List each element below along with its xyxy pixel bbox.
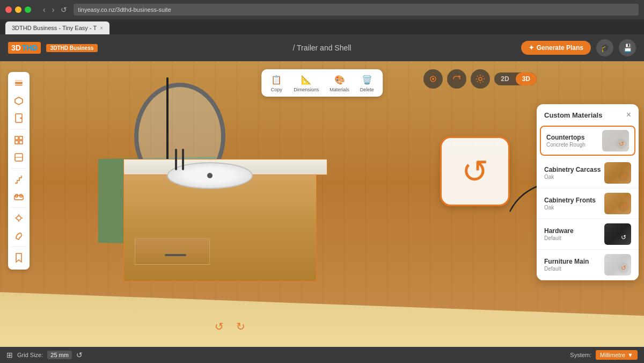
system-dropdown[interactable]: Millimetre ▼ bbox=[596, 350, 638, 360]
hardware-info: Hardware Default bbox=[544, 227, 604, 241]
vanity-body bbox=[123, 174, 317, 281]
sidebar-wall-icon[interactable] bbox=[11, 150, 27, 165]
countertops-name: Countertops bbox=[546, 134, 602, 141]
view-controls: 2D 3D bbox=[423, 69, 537, 89]
logo-hd-text: THD bbox=[22, 43, 38, 52]
logo-text: 3D bbox=[11, 43, 21, 52]
browser-controls bbox=[5, 6, 31, 13]
sidebar-sofa-icon[interactable] bbox=[11, 189, 27, 204]
furniture-swatch: ↺ bbox=[604, 254, 631, 275]
minimize-btn[interactable] bbox=[15, 6, 21, 13]
hardware-reset-button[interactable]: ↺ bbox=[618, 232, 629, 243]
system-label: System: bbox=[570, 352, 591, 358]
svg-point-15 bbox=[17, 216, 21, 220]
panel-header: Custom Materials × bbox=[537, 104, 639, 124]
material-item-hardware[interactable]: Hardware Default ↺ bbox=[537, 219, 639, 250]
panel-close-button[interactable]: × bbox=[626, 111, 631, 119]
tab-title: 3DTHD Business - Tiny Easy - T bbox=[12, 25, 97, 31]
materials-label: Materials bbox=[330, 87, 349, 92]
tab-close-icon[interactable]: × bbox=[100, 25, 103, 31]
hardware-sub: Default bbox=[544, 235, 604, 241]
furniture-name: Furniture Main bbox=[544, 258, 604, 265]
active-tab[interactable]: 3DTHD Business - Tiny Easy - T × bbox=[5, 21, 109, 34]
fronts-sub: Oak bbox=[544, 205, 604, 210]
fronts-info: Cabinetry Fronts Oak bbox=[544, 197, 604, 210]
maximize-btn[interactable] bbox=[25, 6, 31, 13]
app-logo: 3D THD bbox=[8, 42, 41, 54]
reload-btn[interactable]: ↺ bbox=[58, 4, 69, 15]
reset-grid-button[interactable]: ↺ bbox=[76, 351, 83, 359]
help-button[interactable]: 🎓 bbox=[596, 39, 613, 56]
svg-rect-6 bbox=[15, 136, 18, 140]
sidebar-light-icon[interactable] bbox=[11, 211, 27, 226]
forward-btn[interactable]: › bbox=[50, 4, 57, 15]
dimensions-icon: 📐 bbox=[300, 74, 313, 85]
svg-rect-1 bbox=[15, 84, 23, 86]
svg-point-5 bbox=[20, 118, 22, 119]
vanity-drawer bbox=[135, 238, 210, 265]
materials-icon: 🎨 bbox=[333, 74, 346, 85]
grid-size-value: 25 mm bbox=[47, 351, 72, 359]
sidebar-divider-2 bbox=[11, 168, 27, 169]
material-item-furniture[interactable]: Furniture Main Default ↺ bbox=[537, 250, 639, 280]
save-button[interactable]: 💾 bbox=[619, 39, 636, 56]
sidebar-door-icon[interactable] bbox=[11, 111, 27, 126]
sidebar-grid-icon[interactable] bbox=[11, 133, 27, 148]
carcass-info: Cabinetry Carcass Oak bbox=[544, 166, 604, 180]
delete-tool[interactable]: 🗑️ Delete bbox=[360, 74, 374, 92]
close-btn[interactable] bbox=[5, 6, 12, 13]
carcass-name: Cabinetry Carcass bbox=[544, 166, 604, 173]
view-mode-toggle: 2D 3D bbox=[494, 72, 537, 85]
undo-arrow-icon: ↺ bbox=[462, 153, 488, 190]
materials-tool[interactable]: 🎨 Materials bbox=[330, 74, 349, 92]
sidebar-layers-icon[interactable] bbox=[11, 76, 27, 91]
undo-large-button[interactable]: ↺ bbox=[440, 136, 510, 206]
system-value: Millimetre bbox=[600, 352, 625, 358]
countertops-swatch: ↺ bbox=[602, 130, 629, 151]
view-3d-button[interactable]: 3D bbox=[516, 72, 537, 85]
view-2d-button[interactable]: 2D bbox=[494, 72, 515, 85]
countertops-info: Countertops Concrete Rough bbox=[546, 134, 602, 148]
copy-icon: 📋 bbox=[270, 74, 283, 85]
dimensions-tool[interactable]: 📐 Dimensions bbox=[294, 74, 319, 92]
settings-view-button[interactable] bbox=[471, 69, 490, 89]
countertops-sub: Concrete Rough bbox=[546, 142, 602, 148]
url-text: tinyeasy.co.nz/3dthd-business-suite bbox=[78, 6, 171, 13]
address-bar[interactable]: tinyeasy.co.nz/3dthd-business-suite bbox=[74, 4, 639, 16]
carcass-reset-button[interactable]: ↺ bbox=[618, 171, 629, 182]
copy-tool[interactable]: 📋 Copy bbox=[270, 74, 283, 92]
material-item-carcass[interactable]: Cabinetry Carcass Oak ↺ bbox=[537, 158, 639, 188]
svg-point-21 bbox=[432, 78, 434, 80]
3d-viewport[interactable]: ↺ ↻ 📋 Copy 📐 Dimensions 🎨 Materials 🗑️ D… bbox=[0, 61, 644, 363]
copy-label: Copy bbox=[271, 87, 282, 92]
object-toolbar: 📋 Copy 📐 Dimensions 🎨 Materials 🗑️ Delet… bbox=[261, 69, 383, 97]
material-item-fronts[interactable]: Cabinetry Fronts Oak ↺ bbox=[537, 188, 639, 219]
delete-icon: 🗑️ bbox=[361, 74, 374, 85]
faucet-object bbox=[172, 143, 188, 170]
svg-rect-7 bbox=[19, 136, 23, 140]
sidebar-stair-icon[interactable] bbox=[11, 172, 27, 187]
grid-size-label: Grid Size: bbox=[17, 352, 43, 358]
back-btn[interactable]: ‹ bbox=[41, 4, 48, 15]
sidebar-bookmark-icon[interactable] bbox=[11, 250, 27, 265]
top-right-controls: Generate Plans 🎓 💾 bbox=[521, 39, 636, 56]
carcass-sub: Oak bbox=[544, 174, 604, 180]
fronts-name: Cabinetry Fronts bbox=[544, 197, 604, 204]
furniture-reset-button[interactable]: ↺ bbox=[618, 263, 629, 273]
generate-plans-button[interactable]: Generate Plans bbox=[521, 41, 591, 55]
svg-rect-8 bbox=[15, 141, 18, 144]
camera-view-button[interactable] bbox=[423, 69, 443, 89]
rotate-view-button[interactable] bbox=[447, 69, 466, 89]
arrow-right-icon: ↻ bbox=[236, 320, 247, 331]
countertops-reset-button[interactable]: ↺ bbox=[616, 139, 627, 149]
fronts-swatch: ↺ bbox=[604, 193, 631, 214]
material-item-countertops[interactable]: Countertops Concrete Rough ↺ bbox=[540, 126, 635, 156]
vanity-object bbox=[123, 159, 338, 320]
business-badge: 3DTHD Business bbox=[46, 44, 98, 52]
sink-drain bbox=[207, 173, 213, 178]
sidebar-paint-icon[interactable] bbox=[11, 228, 27, 243]
sidebar-divider-1 bbox=[11, 129, 27, 129]
fronts-reset-button[interactable]: ↺ bbox=[618, 201, 629, 212]
sidebar-3d-view-icon[interactable] bbox=[11, 93, 27, 108]
left-sidebar bbox=[8, 72, 30, 270]
